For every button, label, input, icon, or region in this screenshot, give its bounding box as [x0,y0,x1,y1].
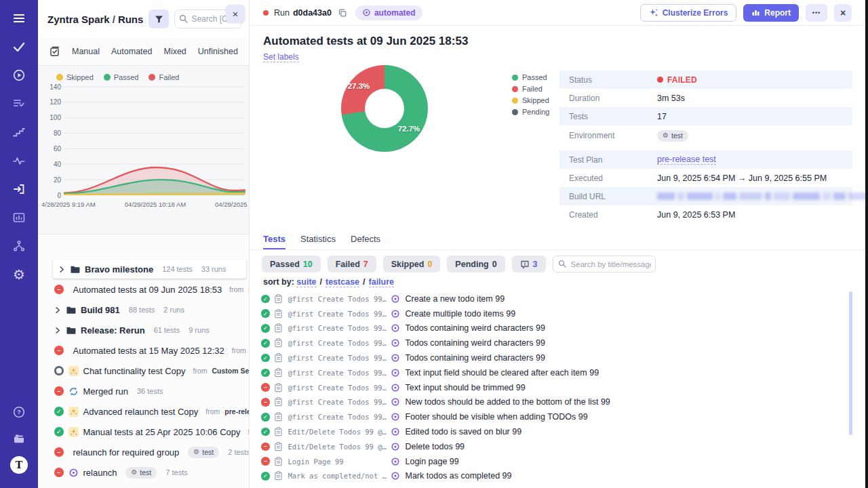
folder-runs-count: 33 runs [201,265,226,273]
tab-mixed[interactable]: Mixed [163,47,186,56]
test-row[interactable]: @first Create Todos 99… New todos should… [250,395,848,410]
automated-run-icon [391,338,400,348]
test-row[interactable]: @first Create Todos 99… Footer should be… [250,409,848,424]
chevron-right-icon[interactable] [58,266,65,273]
environment-badge: ⚙test [125,467,157,479]
steps-icon[interactable] [7,122,31,142]
projects-folder-icon[interactable] [7,428,31,449]
run-from-label: from [193,367,208,375]
run-status-icon [54,285,64,294]
more-button[interactable]: ••• [806,4,827,22]
skipped-dot-icon [512,98,518,104]
manual-run-icon [68,427,79,437]
environment-badge[interactable]: ⚙test [657,130,688,142]
run-tests-count: 2 tests [228,448,249,456]
menu-icon[interactable] [7,8,31,28]
help-icon[interactable]: ? [7,402,31,422]
donut-legend: Passed Failed Skipped Pending [512,73,549,119]
test-row[interactable]: Edit/Delete Todos 99 @… Delete todos 99 [250,439,848,454]
close-run-button[interactable]: × [834,4,852,22]
test-title: Delete todos 99 [406,442,465,451]
test-row[interactable]: @first Create Todos 99… Create a new tod… [250,291,848,306]
test-row[interactable]: @first Create Todos 99… Todos containing… [250,321,848,336]
automated-run-icon [391,368,400,378]
test-list-scrollbar[interactable] [849,291,852,435]
automated-run-icon [362,8,371,17]
sort-by-failure[interactable]: failure [369,277,395,287]
filter-comments-button[interactable]: 3 [512,256,546,272]
run-from-value: pre-re [248,285,249,293]
select-runs-icon[interactable] [50,46,60,57]
automated-run-icon [391,442,400,451]
filter-pending-button[interactable]: Pending0 [447,256,505,272]
run-row[interactable]: Chat functinality test Copy from Custom … [38,361,249,381]
test-status-icon [261,383,270,392]
tab-automated[interactable]: Automated [111,47,152,56]
legend-passed: Passed [104,73,139,81]
run-folder-row[interactable]: Build 981 88 tests 2 runs [38,300,249,320]
test-row[interactable]: Mark as completed/not … Mark todos as co… [250,469,848,484]
tab-unfinished[interactable]: Unfinished [198,47,238,56]
run-folder-row[interactable]: Release: Rerun 61 tests 9 runs [38,320,249,340]
analytics-icon[interactable] [7,207,31,228]
filter-failed-button[interactable]: Failed7 [328,256,376,272]
checks-icon[interactable] [7,37,31,57]
folder-runs-count: 2 runs [163,306,184,314]
folder-runs-count: 9 runs [189,326,210,334]
chevron-right-icon[interactable] [54,306,61,314]
run-row[interactable]: Merged run 36 tests [38,381,249,401]
test-row[interactable]: Login Page 99 Login page 99 [250,454,848,469]
automated-run-icon [391,309,400,319]
tab-statistics[interactable]: Statistics [300,234,336,249]
test-row[interactable]: @first Create Todos 99… Create multiple … [250,306,848,321]
set-labels-link[interactable]: Set labels [263,52,299,62]
run-row[interactable]: relaunch for required group ⚙test 2 test… [38,442,249,462]
test-search-input[interactable] [553,256,656,272]
runs-icon[interactable] [7,179,31,199]
filter-passed-button[interactable]: Passed10 [262,256,321,272]
play-circle-icon[interactable] [7,65,31,85]
automated-run-icon [391,457,400,466]
branches-icon[interactable] [7,236,31,256]
test-row[interactable]: @first Create Todos 99… Text input field… [250,365,848,380]
tab-defects[interactable]: Defects [351,234,380,249]
test-plan-link[interactable]: pre-release test [657,155,716,165]
settings-gear-icon[interactable]: ⚙ [7,264,31,285]
passed-percent-label: 72.7% [394,125,424,133]
test-suite: @first Create Todos 99… [288,310,387,318]
run-name: Advanced relaunch test Copy [83,407,199,417]
sort-by-testcase[interactable]: testcase [326,277,359,287]
copy-icon[interactable] [338,8,347,18]
run-folder-row[interactable]: Bravo milestone 124 tests 33 runs [53,260,246,279]
activity-icon[interactable] [7,150,31,171]
test-suite: @first Create Todos 99… [288,398,387,406]
chevron-right-icon[interactable] [54,327,61,334]
gear-icon: ⚙ [193,449,199,455]
filter-button[interactable] [149,9,169,28]
app-logo[interactable]: T [7,455,31,475]
report-button[interactable]: Report [743,4,799,22]
sort-by-suite[interactable]: suite [296,277,316,287]
run-row[interactable]: Manual tests at 25 Apr 2025 10:06 Copy f… [38,422,249,442]
filter-skipped-button[interactable]: Skipped0 [383,256,441,272]
test-row[interactable]: @first Create Todos 99… Text input shoul… [250,380,848,395]
run-row[interactable]: Advanced relaunch test Copy from pre-rel… [38,401,249,422]
run-row[interactable]: Automated tests at 09 Jun 2025 18:53 fro… [38,279,249,300]
test-suite: @first Create Todos 99… [288,384,387,392]
tab-tests[interactable]: Tests [263,234,285,249]
run-row[interactable]: relaunch ⚙test 7 tests [38,462,249,483]
test-row[interactable]: @first Create Todos 99… Todos containing… [250,350,848,365]
run-id: d0da43a0 [293,8,332,18]
detail-row-buildurl: Build URL [559,187,852,205]
run-row[interactable]: Automated tests at 15 May 2025 12:32 fro… [38,340,249,361]
page-title: Runs [118,14,144,25]
screen-right-edge [865,0,868,488]
folder-tests-count: 61 tests [154,326,180,334]
test-status-icon [261,309,270,318]
list-check-icon[interactable] [7,94,31,114]
panel-close-button[interactable]: × [226,5,245,22]
test-row[interactable]: Edit/Delete Todos 99 @… Edited todo is s… [250,424,848,439]
tab-manual[interactable]: Manual [72,47,100,56]
clusterize-errors-button[interactable]: Clusterize Errors [640,4,737,22]
test-row[interactable]: @first Create Todos 99… Todos containing… [250,336,848,350]
